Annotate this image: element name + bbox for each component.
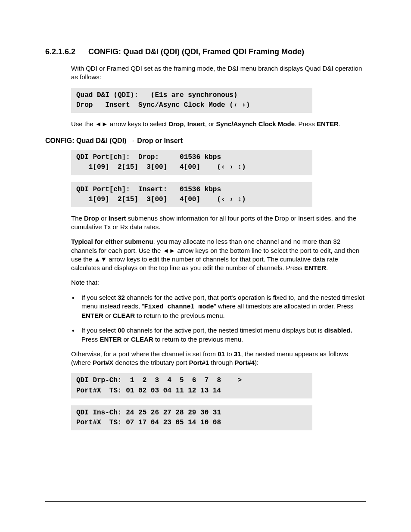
document-page: 6.2.1.6.2CONFIG: Quad D&I (QDI) (QDI, Fr…: [0, 0, 411, 532]
lcd-screen-3: QDI Port[ch]: Insert: 01536 kbps 1[09] 2…: [71, 182, 312, 207]
otherwise-paragraph: Otherwise, for a port where the channel …: [71, 350, 366, 367]
text-run: to return to the previous menu.: [153, 336, 243, 343]
lcd-line: 1[09] 2[15] 3[00] 4[00] (‹ › ↕): [76, 163, 246, 171]
text-run: channels for the active port, the nested…: [125, 327, 324, 334]
list-item: If you select 32 channels for the active…: [81, 293, 366, 320]
lcd-line: Port#X TS: 07 17 04 23 05 14 10 08: [76, 419, 221, 426]
bold-run: 00: [118, 327, 125, 334]
typical-paragraph: Typical for either submenu, you may allo…: [71, 237, 366, 272]
text-run: to: [225, 350, 234, 358]
footer-rule: [45, 501, 366, 502]
bold-run: Typical for either submenu: [71, 238, 153, 245]
text-run: . Press: [295, 120, 317, 128]
bold-run: disabled.: [324, 327, 352, 334]
bold-run: ENTER: [81, 312, 103, 319]
bold-run: ENTER: [100, 336, 122, 343]
lcd-screen-1: Quad D&I (QDI): (E1s are synchronous) Dr…: [71, 88, 312, 113]
list-item: If you select 00 channels for the active…: [81, 326, 366, 344]
lcd-screen-4: QDI Drp-Ch: 1 2 3 4 5 6 7 8 > Port#X TS:…: [71, 373, 312, 398]
bold-run: ENTER: [304, 264, 326, 271]
bold-run: Sync/Asynch Clock Mode: [216, 120, 295, 128]
lcd-screen-5: QDI Ins-Ch: 24 25 26 27 28 29 30 31 Port…: [71, 405, 312, 430]
text-run: , or: [205, 120, 216, 128]
bold-run: Port#4: [234, 359, 255, 366]
bold-run: Drop: [168, 120, 184, 128]
bold-run: 31: [234, 350, 241, 358]
lcd-line: QDI Ins-Ch: 24 25 26 27 28 29 30 31: [76, 409, 221, 417]
text-run: The: [71, 215, 84, 222]
text-run: ,: [184, 120, 187, 128]
text-run: or: [103, 312, 113, 319]
bold-run: Insert: [187, 120, 205, 128]
note-that: Note that:: [71, 278, 366, 287]
lcd-line: Drop Insert Sync/Async Clock Mode (‹ ›): [76, 101, 250, 109]
section-number: 6.2.1.6.2: [45, 47, 88, 56]
text-run: If you select: [81, 327, 118, 334]
text-run: Use the ◄► arrow keys to select: [71, 120, 168, 128]
bold-run: Insert: [109, 215, 126, 222]
section-heading: 6.2.1.6.2CONFIG: Quad D&I (QDI) (QDI, Fr…: [45, 47, 366, 56]
bold-run: CLEAR: [113, 312, 135, 319]
text-run: or: [99, 215, 109, 222]
bullet-list: If you select 32 channels for the active…: [45, 293, 366, 344]
text-run: Press: [81, 336, 100, 343]
subsection-heading: CONFIG: Quad D&I (QDI) → Drop or Insert: [45, 137, 366, 145]
submenu-paragraph: The Drop or Insert submenus show informa…: [71, 214, 366, 232]
mono-run: Fixed channel mode: [144, 303, 214, 311]
text-run: ):: [255, 359, 258, 366]
lcd-line: Port#X TS: 01 02 03 04 11 12 13 14: [76, 387, 221, 395]
lcd-line: QDI Port[ch]: Insert: 01536 kbps: [76, 186, 221, 193]
text-run: denotes the tributary port: [113, 359, 189, 366]
text-run: to return to the previous menu.: [135, 312, 224, 319]
text-run: .: [339, 120, 340, 128]
text-run: through: [209, 359, 234, 366]
intro-paragraph: With QDI or Framed QDI set as the framin…: [71, 64, 366, 82]
section-title: CONFIG: Quad D&I (QDI) (QDI, Framed QDI …: [88, 47, 304, 56]
text-run: or: [121, 336, 131, 343]
lcd-screen-2: QDI Port[ch]: Drop: 01536 kbps 1[09] 2[1…: [71, 150, 312, 175]
lcd-line: QDI Port[ch]: Drop: 01536 kbps: [76, 153, 221, 161]
bold-run: CLEAR: [131, 336, 153, 343]
text-run: " where all timeslots are allocated in o…: [214, 302, 353, 310]
text-run: Otherwise, for a port where the channel …: [71, 350, 218, 358]
lcd-line: QDI Drp-Ch: 1 2 3 4 5 6 7 8 >: [76, 376, 242, 384]
lcd-line: Quad D&I (QDI): (E1s are synchronous): [76, 91, 237, 99]
text-run: .: [326, 264, 328, 271]
bold-run: 32: [118, 294, 125, 301]
lcd-line: 1[09] 2[15] 3[00] 4[00] (‹ › ↕): [76, 196, 246, 203]
bold-run: Port#1: [189, 359, 209, 366]
text-run: If you select: [81, 294, 118, 301]
bold-run: Drop: [84, 215, 99, 222]
bold-run: ENTER: [317, 120, 339, 128]
bold-run: Port#X: [93, 359, 113, 366]
instruction-paragraph: Use the ◄► arrow keys to select Drop, In…: [71, 120, 366, 128]
bold-run: 01: [218, 350, 225, 358]
